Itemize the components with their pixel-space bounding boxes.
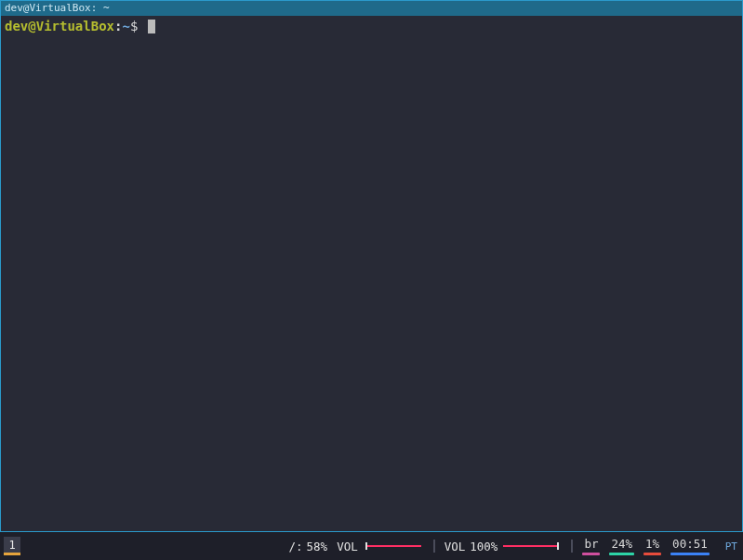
disk-label: /: [289,540,303,553]
volume-slider-2[interactable] [503,545,559,547]
disk-value: 58% [307,540,328,553]
clock-underline-icon [670,553,710,555]
window-titlebar[interactable]: dev@VirtualBox: ~ [1,1,742,16]
battery-value: 24% [609,537,634,553]
volume-label-2: VOL [444,540,466,553]
separator-icon [433,540,435,553]
disk-widget[interactable]: /: 58% [289,540,328,553]
volume-value-2: 100% [470,540,498,553]
cpu-underline-icon [643,553,661,555]
workspace-number: 1 [8,539,15,552]
cpu-widget[interactable]: 1% [643,537,661,555]
status-bar: 1 /: 58% VOL VOL 100% br 24% 1% 00:51 [0,532,743,560]
terminal-window: dev@VirtualBox: ~ dev@VirtualBox:~$ [0,0,743,532]
volume-widget-1[interactable]: VOL [337,540,424,553]
clock-widget[interactable]: 00:51 [670,537,710,555]
prompt-user-host: dev@VirtualBox [5,19,114,33]
keyboard-layout-value: PT [725,540,737,553]
window-title: dev@VirtualBox: ~ [5,2,110,14]
net-underline-icon [582,553,600,555]
volume-widget-2[interactable]: VOL 100% [444,540,563,553]
volume-knob-1[interactable] [365,542,367,550]
net-label: br [582,537,600,553]
keyboard-layout-indicator[interactable]: PT [725,540,737,553]
cursor-icon [148,20,155,33]
prompt-path: ~ [122,19,129,33]
volume-slider-1[interactable] [365,545,421,547]
battery-underline-icon [609,553,634,555]
separator-icon [571,540,573,553]
volume-knob-2[interactable] [557,542,559,550]
cpu-value: 1% [643,537,661,553]
terminal-body[interactable]: dev@VirtualBox:~$ [1,16,742,531]
volume-label-1: VOL [337,540,358,553]
clock-value: 00:51 [670,537,710,553]
net-widget[interactable]: br [582,537,600,555]
workspace-badge[interactable]: 1 [4,537,20,555]
battery-widget[interactable]: 24% [609,537,634,555]
prompt-symbol: $ [130,19,138,33]
